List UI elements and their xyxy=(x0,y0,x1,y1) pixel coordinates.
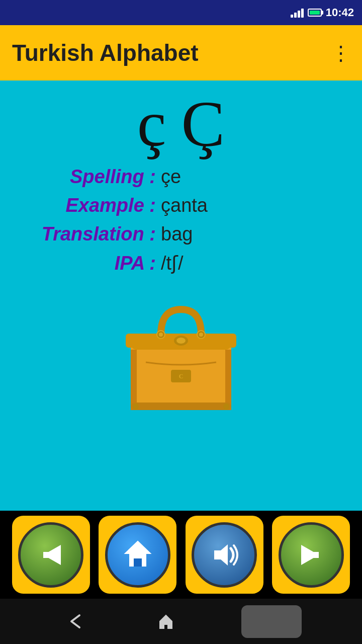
back-button-circle xyxy=(18,522,83,588)
svg-point-4 xyxy=(176,338,186,344)
system-back-icon xyxy=(65,611,85,631)
signal-bars-icon xyxy=(291,8,304,18)
system-recents-button[interactable] xyxy=(241,605,302,638)
bag-svg: C xyxy=(111,289,251,420)
svg-marker-19 xyxy=(214,544,228,566)
more-options-icon[interactable]: ⋮ xyxy=(331,43,350,63)
home-button-circle xyxy=(105,522,170,588)
spelling-row: Spelling : çe xyxy=(20,166,342,188)
svg-rect-15 xyxy=(43,552,53,558)
ipa-label: IPA : xyxy=(20,253,161,274)
back-button[interactable] xyxy=(12,516,90,594)
uppercase-letter: Ç xyxy=(181,91,225,156)
spelling-value: çe xyxy=(161,166,181,188)
system-home-icon xyxy=(156,611,176,631)
app-bar: Turkish Alphabet ⋮ xyxy=(0,25,362,80)
sound-icon xyxy=(207,537,242,573)
bottom-nav xyxy=(0,511,362,599)
svg-rect-11 xyxy=(131,403,231,410)
svg-point-12 xyxy=(133,404,139,410)
svg-rect-21 xyxy=(309,552,319,558)
translation-value: bag xyxy=(161,223,193,245)
forward-button[interactable] xyxy=(272,516,350,594)
info-section: Spelling : çe Example : çanta Translatio… xyxy=(0,166,362,274)
svg-marker-16 xyxy=(125,541,150,553)
example-value: çanta xyxy=(161,195,208,216)
ipa-value: /tʃ/ xyxy=(161,252,184,274)
forward-button-circle xyxy=(279,522,344,588)
bag-image: C xyxy=(111,289,251,420)
lowercase-letter: ç xyxy=(137,91,166,156)
back-arrow-icon xyxy=(33,537,68,573)
sound-button-circle xyxy=(192,522,257,588)
svg-point-13 xyxy=(223,404,229,410)
app-title: Turkish Alphabet xyxy=(12,39,199,66)
forward-arrow-icon xyxy=(294,537,329,573)
main-content: ç Ç Spelling : çe Example : çanta Transl… xyxy=(0,80,362,511)
status-bar: 10:42 xyxy=(0,0,362,25)
spelling-label: Spelling : xyxy=(20,166,161,188)
battery-icon xyxy=(308,9,322,17)
status-time: 10:42 xyxy=(326,6,354,19)
system-home-button[interactable] xyxy=(151,606,181,636)
translation-label: Translation : xyxy=(20,223,161,245)
letters-display: ç Ç xyxy=(137,91,225,156)
example-label: Example : xyxy=(20,195,161,216)
status-icons: 10:42 xyxy=(291,6,354,19)
home-button[interactable] xyxy=(99,516,176,594)
translation-row: Translation : bag xyxy=(20,223,342,245)
home-icon xyxy=(120,537,155,573)
ipa-row: IPA : /tʃ/ xyxy=(20,252,342,274)
svg-point-8 xyxy=(159,333,163,337)
sound-button[interactable] xyxy=(186,516,263,594)
system-back-button[interactable] xyxy=(60,606,90,636)
example-row: Example : çanta xyxy=(20,195,342,216)
system-nav xyxy=(0,599,362,644)
svg-point-10 xyxy=(199,333,203,337)
svg-text:C: C xyxy=(179,373,184,380)
svg-rect-18 xyxy=(134,558,142,567)
